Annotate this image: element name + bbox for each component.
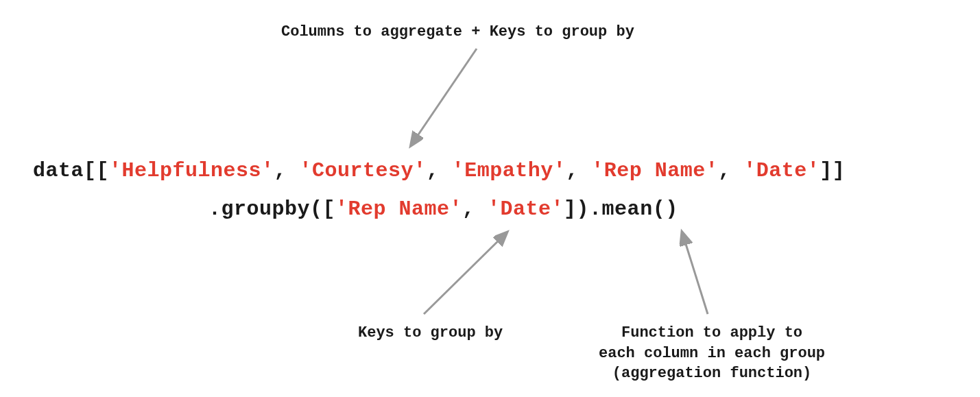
code-line-2: .groupby(['Rep Name', 'Date']).mean() <box>208 197 678 221</box>
arrow-top-icon <box>398 43 494 153</box>
arrow-bottom-right-icon <box>665 226 734 322</box>
arrow-bottom-left-icon <box>405 226 528 322</box>
annotation-columns-aggregate: Columns to aggregate + Keys to group by <box>281 22 634 43</box>
svg-line-2 <box>682 233 708 314</box>
svg-line-1 <box>424 233 506 314</box>
svg-line-0 <box>411 49 477 145</box>
annotation-keys-groupby: Keys to group by <box>358 323 503 344</box>
code-line-1: data[['Helpfulness', 'Courtesy', 'Empath… <box>33 159 845 182</box>
annotation-aggregation-function: Function to apply to each column in each… <box>599 323 825 384</box>
